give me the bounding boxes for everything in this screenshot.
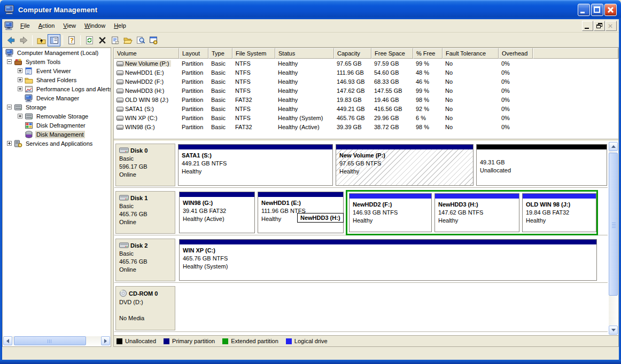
unallocated-stripe <box>477 145 607 149</box>
expand-expander[interactable] <box>7 141 12 146</box>
tree-item-storage[interactable]: Storage <box>3 102 111 112</box>
tree-item-services-applications[interactable]: Services and Applications <box>3 139 111 148</box>
table-row-newhdd3[interactable]: NewHDD3 (H:) Partition Basic NTFS Health… <box>114 86 618 95</box>
collapse-expander[interactable] <box>7 105 12 109</box>
unallocated-space[interactable]: 49.31 GB Unallocated <box>476 144 607 186</box>
cell-fs: NTFS <box>232 60 275 67</box>
cell-fault: No <box>443 97 499 103</box>
expand-expander[interactable] <box>18 86 22 91</box>
col-overhead[interactable]: Overhead <box>499 48 533 59</box>
partition-sata1[interactable]: SATA1 (S:) 449.21 GB NTFS Healthy <box>178 144 333 186</box>
cdrom0-label[interactable]: CD-ROM 0 DVD (D:) No Media <box>115 286 175 330</box>
logical-drive-old-win98[interactable]: OLD WIN 98 (J:) 19.84 GB FAT32 Healthy <box>522 193 596 232</box>
graphical-vertical-scrollbar[interactable] <box>609 142 618 335</box>
tree-item-performance-logs[interactable]: Performance Logs and Alerts <box>3 84 111 93</box>
partition-new-volume-selected[interactable]: New Volume (P:) 97.65 GB NTFS Healthy <box>336 144 473 186</box>
col-volume[interactable]: Volume <box>114 48 179 59</box>
mdi-minimize-button[interactable] <box>582 21 593 31</box>
tree-item-removable-storage[interactable]: Removable Storage <box>3 112 111 121</box>
menu-help[interactable]: Help <box>110 21 130 30</box>
scroll-down-button[interactable] <box>609 326 618 335</box>
expand-expander[interactable] <box>18 114 22 118</box>
horizontal-scroll-thumb[interactable] <box>14 336 86 345</box>
volume-icon <box>117 61 123 66</box>
find-button[interactable] <box>134 34 147 46</box>
logical-drive-newhdd2[interactable]: NewHDD2 (F:) 146.93 GB NTFS Healthy <box>349 193 432 232</box>
close-button[interactable] <box>604 4 617 16</box>
scroll-left-button[interactable] <box>3 336 12 345</box>
console-settings-button[interactable] <box>147 34 160 46</box>
properties-button[interactable] <box>108 34 121 46</box>
partition-newhdd1[interactable]: NewHDD1 (E:) 111.96 GB NTFS Healthy <box>258 192 344 233</box>
table-row-newhdd2[interactable]: NewHDD2 (F:) Partition Basic NTFS Health… <box>114 77 618 86</box>
cell-free: 416.56 GB <box>371 106 413 112</box>
cell-capacity: 449.21 GB <box>334 106 371 112</box>
up-one-level-button[interactable] <box>35 34 48 46</box>
disk1-label[interactable]: Disk 1 Basic 465.76 GB Online <box>115 191 175 234</box>
collapse-expander[interactable] <box>7 59 12 64</box>
volume-name: NewHDD3 (H:) <box>125 88 164 94</box>
tree-item-device-manager[interactable]: Device Manager <box>3 93 111 102</box>
partition-win98[interactable]: WIN98 (G:) 39.41 GB FAT32 Healthy (Activ… <box>179 192 255 233</box>
tree-item-event-viewer[interactable]: Event Viewer <box>3 66 111 75</box>
table-row-old-win98[interactable]: OLD WIN 98 (J:) Partition Basic FAT32 He… <box>114 95 618 104</box>
forward-button[interactable] <box>17 34 30 46</box>
expand-expander[interactable] <box>18 77 22 82</box>
cell-status: Healthy <box>275 97 334 103</box>
col-free-space[interactable]: Free Space <box>371 48 413 59</box>
tree-horizontal-scrollbar[interactable] <box>3 336 110 345</box>
partition-name: WIN98 (G:) <box>183 199 251 207</box>
tree-item-shared-folders[interactable]: Shared Folders <box>3 75 111 84</box>
menu-window[interactable]: Window <box>80 21 110 30</box>
scroll-up-button[interactable] <box>609 142 618 151</box>
col-fault-tolerance[interactable]: Fault Tolerance <box>443 48 499 59</box>
show-hide-console-tree-button[interactable] <box>48 34 60 46</box>
disk2-label[interactable]: Disk 2 Basic 465.76 GB Online <box>115 239 175 281</box>
event-viewer-icon <box>25 67 33 75</box>
col-type[interactable]: Type <box>208 48 232 59</box>
logical-drive-newhdd3[interactable]: NewHDD3 (H:) 147.62 GB NTFS Healthy <box>434 193 519 232</box>
cell-capacity: 97.65 GB <box>334 60 371 67</box>
disk0-label[interactable]: Disk 0 Basic 596.17 GB Online <box>115 144 175 186</box>
menu-file[interactable]: File <box>16 21 34 30</box>
back-button[interactable] <box>4 34 17 46</box>
cell-layout: Partition <box>179 97 208 103</box>
tree-item-disk-management[interactable]: Disk Management <box>3 130 111 139</box>
col-pct-free[interactable]: % Free <box>413 48 443 59</box>
table-row-winxp[interactable]: WIN XP (C:) Partition Basic NTFS Healthy… <box>114 113 618 122</box>
tree-item-label: Storage <box>25 104 48 111</box>
help-button[interactable] <box>65 34 78 46</box>
legend-label: Unallocated <box>125 338 156 344</box>
open-button[interactable] <box>121 34 134 46</box>
disk-defragmenter-icon <box>25 121 33 130</box>
table-row-newhdd1[interactable]: NewHDD1 (E:) Partition Basic NTFS Health… <box>114 68 618 77</box>
table-row-new-volume[interactable]: New Volume (P:) Partition Basic NTFS Hea… <box>114 59 618 68</box>
col-status[interactable]: Status <box>275 48 334 59</box>
tree-item-disk-defragmenter[interactable]: Disk Defragmenter <box>3 121 111 130</box>
refresh-button[interactable] <box>83 34 96 46</box>
col-layout[interactable]: Layout <box>179 48 208 59</box>
maximize-button[interactable] <box>591 4 603 16</box>
mdi-restore-button[interactable] <box>594 21 605 31</box>
table-row-win98[interactable]: WIN98 (G:) Partition Basic FAT32 Healthy… <box>114 122 618 131</box>
partition-winxp[interactable]: WIN XP (C:) 465.76 GB NTFS Healthy (Syst… <box>179 239 597 281</box>
disk-type: DVD (D:) <box>119 298 173 306</box>
volume-icon <box>117 89 123 93</box>
tree-item-computer-management[interactable]: Computer Management (Local) <box>3 48 111 57</box>
col-file-system[interactable]: File System <box>232 48 275 59</box>
expand-expander[interactable] <box>18 68 22 73</box>
scroll-right-button[interactable] <box>101 336 110 345</box>
minimize-button[interactable] <box>578 4 590 16</box>
vertical-scroll-thumb[interactable] <box>609 153 618 296</box>
partition-status: Healthy <box>526 217 593 225</box>
menu-view[interactable]: View <box>59 21 80 30</box>
menu-action[interactable]: Action <box>34 21 59 30</box>
mdi-close-button[interactable]: ✕ <box>606 21 617 31</box>
cell-free: 147.55 GB <box>371 88 413 94</box>
table-row-sata1[interactable]: SATA1 (S:) Partition Basic NTFS Healthy … <box>114 104 618 113</box>
tree-item-system-tools[interactable]: System Tools <box>3 57 111 66</box>
delete-button[interactable] <box>96 34 108 46</box>
cdrom0-row: CD-ROM 0 DVD (D:) No Media <box>114 285 608 332</box>
title-bar[interactable]: Computer Management <box>0 0 621 19</box>
col-capacity[interactable]: Capacity <box>334 48 371 59</box>
